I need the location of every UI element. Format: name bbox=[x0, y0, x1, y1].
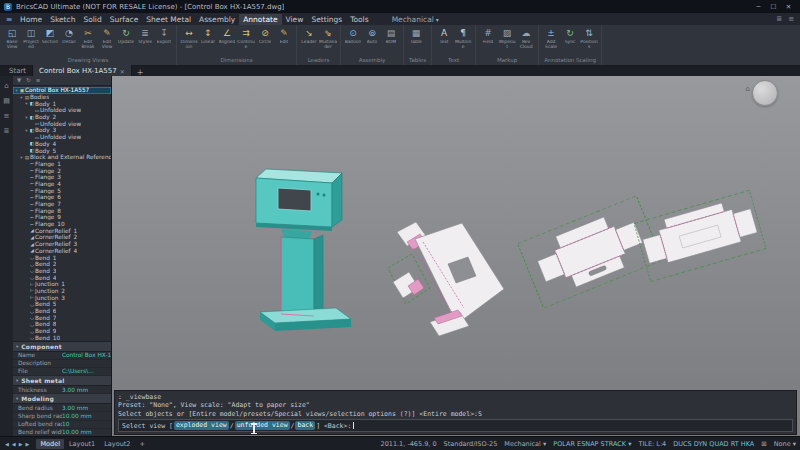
tree-item-bend-4[interactable]: ◡Bend_4 bbox=[13, 274, 111, 281]
tree-item-cornerrelief-1[interactable]: ◢CornerRelief_1 bbox=[13, 227, 111, 234]
tree-item-flange-5[interactable]: ⌐Flange_5 bbox=[13, 187, 111, 194]
tree-item-body-1[interactable]: ▾◧Body_1 bbox=[13, 100, 111, 107]
home-icon[interactable]: ⌂ bbox=[4, 82, 8, 90]
status-field-standard-iso-25[interactable]: Standard/ISO-25 bbox=[444, 440, 498, 448]
viewcube-home-icon[interactable]: ⌂ bbox=[746, 85, 750, 93]
tree-item-block-and-external-references[interactable]: ▾▤Block and External References bbox=[13, 154, 111, 161]
unfolded-pattern-c[interactable] bbox=[634, 190, 766, 281]
tree-item-unfolded-view[interactable]: ▭Unfolded view bbox=[13, 107, 111, 114]
ribbon-button-auto[interactable]: ⊚Auto bbox=[363, 27, 381, 50]
section-header-component[interactable]: ▾Component bbox=[13, 342, 111, 352]
tree-item-cornerrelief-4[interactable]: ◢CornerRelief_4 bbox=[13, 248, 111, 255]
tree-item-bend-9[interactable]: ◡Bend_9 bbox=[13, 328, 111, 335]
menu-tab-settings[interactable]: Settings bbox=[307, 14, 346, 25]
status-field-2011-1-465-9-0[interactable]: 2011.1, -465.9, 0 bbox=[381, 440, 437, 448]
tree-item-flange-10[interactable]: ⌐Flange_10 bbox=[13, 221, 111, 228]
nav-arrow-icon[interactable]: ◀ bbox=[11, 441, 17, 447]
section-header-sheet-metal[interactable]: ▾Sheet metal bbox=[13, 376, 111, 386]
ribbon-button-wipeout[interactable]: ▨Wipeout bbox=[498, 27, 516, 50]
workspace-selector[interactable]: Mechanical bbox=[387, 15, 444, 24]
viewport-canvas[interactable] bbox=[112, 76, 800, 437]
menubar-icon-1[interactable]: ≣ bbox=[776, 15, 782, 23]
tree-item-junction-2[interactable]: ⊢Junction_2 bbox=[13, 288, 111, 295]
ribbon-button-text[interactable]: AText bbox=[435, 27, 453, 50]
tree-item-bend-2[interactable]: ◡Bend_2 bbox=[13, 261, 111, 268]
tree-item-flange-1[interactable]: ⌐Flange_1 bbox=[13, 161, 111, 168]
ribbon-button-detail[interactable]: ◔Detail bbox=[60, 27, 78, 50]
ribbon-button-edit-view[interactable]: ✎Edit View bbox=[98, 27, 116, 50]
ribbon-button-section[interactable]: ◩Section bbox=[41, 27, 59, 50]
menu-tab-view[interactable]: View bbox=[282, 14, 308, 25]
status-field-tile-l-4[interactable]: TILE: L:4 bbox=[638, 440, 666, 448]
close-tab-icon[interactable]: ✕ bbox=[120, 68, 125, 75]
ribbon-button-circle[interactable]: ⊘Circle bbox=[256, 27, 274, 50]
ribbon-button-edit-break[interactable]: ✂Edit Break bbox=[79, 27, 97, 50]
command-option-unfolded-view[interactable]: unfolded view bbox=[235, 421, 290, 430]
tree-item-flange-3[interactable]: ⌐Flange_3 bbox=[13, 174, 111, 181]
properties-panel-icon[interactable]: ≡ bbox=[4, 112, 10, 120]
tree-item-bend-5[interactable]: ◡Bend_5 bbox=[13, 301, 111, 308]
drawing-viewport[interactable]: ⌂ : _viewbasePreset: "None", View scale:… bbox=[112, 76, 800, 437]
layout-tab-model[interactable]: Model bbox=[36, 439, 64, 449]
menu-tab-solid[interactable]: Solid bbox=[79, 14, 105, 25]
tree-item-flange-7[interactable]: ⌐Flange_7 bbox=[13, 201, 111, 208]
menu-tab-annotate[interactable]: Annotate bbox=[239, 14, 281, 25]
menu-tab-home[interactable]: Home bbox=[16, 14, 46, 25]
close-button[interactable]: ✕ bbox=[781, 3, 796, 11]
layout-tab-layout1[interactable]: Layout1 bbox=[65, 439, 99, 449]
menu-tab-assembly[interactable]: Assembly bbox=[195, 14, 239, 25]
tree-item-junction-3[interactable]: ⊢Junction_3 bbox=[13, 294, 111, 301]
ribbon-button-field[interactable]: #Field bbox=[479, 27, 497, 50]
status-field-polar-esnap-strack[interactable]: POLAR ESNAP STRACK ▾ bbox=[553, 440, 631, 448]
tree-item-bend-6[interactable]: ◡Bend_6 bbox=[13, 308, 111, 315]
ribbon-button-bom[interactable]: ▤BOM bbox=[382, 27, 400, 50]
ribbon-button-base-view[interactable]: ◱Base View bbox=[3, 27, 21, 50]
ribbon-button-export[interactable]: ↧Export bbox=[155, 27, 173, 50]
tree-item-bodies[interactable]: ▾▤Bodies bbox=[13, 94, 111, 101]
command-option-back[interactable]: back bbox=[295, 421, 315, 430]
minimize-button[interactable]: ─ bbox=[751, 3, 766, 11]
nav-arrow-icon[interactable]: ◀ bbox=[4, 441, 10, 447]
tree-item-bend-3[interactable]: ◡Bend_3 bbox=[13, 268, 111, 275]
ribbon-button-projected[interactable]: ◫Projected bbox=[22, 27, 40, 50]
tree-item-body-2[interactable]: ▾◧Body_2 bbox=[13, 114, 111, 121]
tree-item-control-box-hx-1a557[interactable]: ▾▣Control Box HX-1A557 bbox=[13, 87, 111, 94]
layout-tab-layout2[interactable]: Layout2 bbox=[100, 439, 134, 449]
unfolded-pattern-a[interactable] bbox=[388, 222, 504, 336]
tree-item-body-4[interactable]: ◧Body_4 bbox=[13, 141, 111, 148]
ribbon-button-multiline[interactable]: ¶Multiline bbox=[454, 27, 472, 50]
menubar-icon-2[interactable]: ≡ bbox=[788, 15, 794, 23]
ribbon-button-balloon[interactable]: ⊙Balloon bbox=[344, 27, 362, 50]
tree-item-flange-6[interactable]: ⌐Flange_6 bbox=[13, 194, 111, 201]
ribbon-button-positions[interactable]: ⇅Positions bbox=[580, 27, 598, 50]
menu-tab-sketch[interactable]: Sketch bbox=[46, 14, 79, 25]
refresh-icon[interactable]: ↻ bbox=[26, 76, 31, 85]
status-field-none[interactable]: None ▾ bbox=[774, 440, 796, 448]
tree-item-flange-4[interactable]: ⌐Flange_4 bbox=[13, 181, 111, 188]
ribbon-button-add-scale[interactable]: ±Add Scale bbox=[542, 27, 560, 50]
menu-tab-surface[interactable]: Surface bbox=[106, 14, 143, 25]
ribbon-button-update[interactable]: ↻Update bbox=[117, 27, 135, 50]
command-input[interactable]: Select view [exploded view/unfolded view… bbox=[118, 419, 793, 432]
section-header-modeling[interactable]: ▾Modeling bbox=[13, 394, 111, 404]
status-field-icon[interactable]: ⊞ bbox=[761, 440, 766, 448]
ribbon-button-leader[interactable]: ↘Leader bbox=[300, 27, 318, 50]
nav-arrow-icon[interactable]: ▶ bbox=[25, 441, 31, 447]
ribbon-button-linear[interactable]: ↕Linear bbox=[199, 27, 217, 50]
ribbon-button-edit[interactable]: ✎Edit bbox=[275, 27, 293, 50]
ribbon-button-dimension[interactable]: ↔Dimension bbox=[180, 27, 198, 50]
ribbon-button-styles[interactable]: ≣Styles bbox=[136, 27, 154, 50]
tree-item-body-3[interactable]: ▾◧Body_3 bbox=[13, 127, 111, 134]
app-menu-button[interactable]: ≡ bbox=[2, 15, 16, 24]
tree-item-body-5[interactable]: ◧Body_5 bbox=[13, 147, 111, 154]
tree-item-bend-1[interactable]: ◡Bend_1 bbox=[13, 254, 111, 261]
maximize-button[interactable]: ☐ bbox=[766, 3, 781, 11]
tree-item-flange-2[interactable]: ⌐Flange_2 bbox=[13, 167, 111, 174]
ribbon-button-aligned[interactable]: ∠Aligned bbox=[218, 27, 236, 50]
ribbon-button-rev-cloud[interactable]: ☁Rev Cloud bbox=[517, 27, 535, 50]
panel-menu-icon[interactable]: ≡ bbox=[36, 76, 41, 85]
menu-tab-sheet-metal[interactable]: Sheet Metal bbox=[142, 14, 195, 25]
command-option-exploded-view[interactable]: exploded view bbox=[174, 421, 229, 430]
unfolded-pattern-b[interactable] bbox=[518, 196, 663, 308]
tree-item-junction-1[interactable]: ⊢Junction_1 bbox=[13, 281, 111, 288]
